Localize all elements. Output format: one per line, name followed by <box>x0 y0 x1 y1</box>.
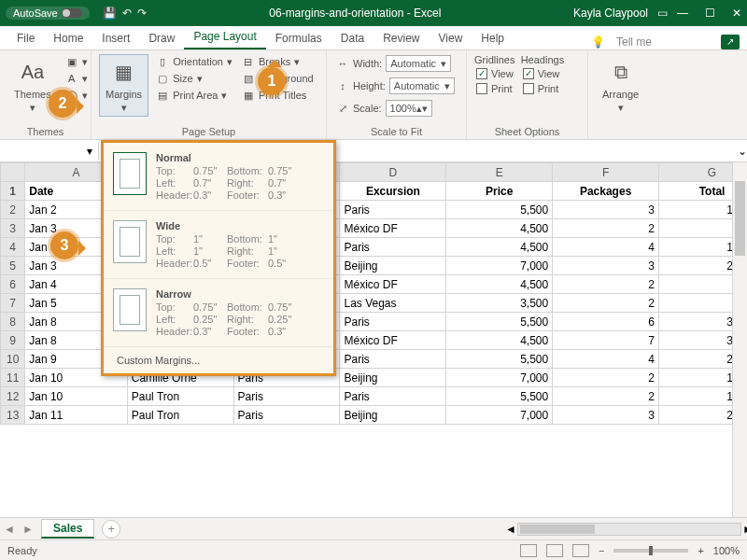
save-icon[interactable]: 💾 <box>103 7 117 20</box>
cell[interactable]: Paris <box>233 406 340 425</box>
name-box[interactable]: ▾ <box>0 143 99 160</box>
cell[interactable]: 7,000 <box>446 369 553 387</box>
cell[interactable]: Paul Tron <box>127 406 233 425</box>
cell[interactable]: 5,500 <box>446 387 553 406</box>
custom-margins-item[interactable]: Custom Margins... <box>104 347 333 373</box>
zoom-out-button[interactable]: − <box>599 545 604 556</box>
cell[interactable]: 7 <box>553 331 659 350</box>
page-layout-view-button[interactable] <box>546 544 563 557</box>
row-header[interactable]: 10 <box>1 350 25 369</box>
scrollbar-thumb[interactable] <box>735 181 745 256</box>
cell[interactable]: Excursion <box>340 182 446 201</box>
share-button[interactable]: ↗ <box>721 35 740 49</box>
margins-button[interactable]: ▦ Margins ▾ <box>99 54 148 117</box>
tab-home[interactable]: Home <box>44 28 92 49</box>
cell[interactable]: Beijing <box>340 257 446 275</box>
row-header[interactable]: 2 <box>1 201 25 219</box>
cell[interactable]: 2 <box>553 219 659 238</box>
cell[interactable]: Paris <box>340 350 446 369</box>
cell[interactable]: 2 <box>553 369 659 387</box>
cell[interactable]: 4,500 <box>446 275 553 294</box>
user-name[interactable]: Kayla Claypool <box>573 7 648 20</box>
orientation-button[interactable]: ▯Orientation ▾ <box>154 54 234 69</box>
cell[interactable]: 4,500 <box>446 238 553 257</box>
cell[interactable]: Paris <box>340 313 446 331</box>
cell[interactable]: México DF <box>340 331 446 350</box>
cell[interactable]: Jan 11 <box>25 406 127 425</box>
gridlines-view-checkbox[interactable]: View <box>474 67 515 80</box>
ribbon-display-icon[interactable]: ▭ <box>657 7 668 20</box>
row-header[interactable]: 11 <box>1 369 25 387</box>
height-combo[interactable]: Automatic▾ <box>389 77 455 94</box>
cell[interactable]: México DF <box>340 219 446 238</box>
cell[interactable]: Paris <box>340 238 446 257</box>
cell[interactable]: 3 <box>553 257 659 275</box>
scale-spinner[interactable]: 100%▴▾ <box>386 100 432 117</box>
cell[interactable]: Price <box>446 182 553 201</box>
row-header[interactable]: 4 <box>1 238 25 257</box>
slider-thumb[interactable] <box>649 546 653 555</box>
gridlines-print-checkbox[interactable]: Print <box>474 82 515 95</box>
horizontal-scrollbar[interactable]: ◄► <box>517 523 741 536</box>
cell[interactable]: Paul Tron <box>127 387 233 406</box>
tab-help[interactable]: Help <box>472 28 514 49</box>
tab-review[interactable]: Review <box>374 28 429 49</box>
arrange-button[interactable]: ⧉ Arrange ▾ <box>596 54 645 117</box>
column-header[interactable]: F <box>553 163 659 182</box>
cell[interactable]: 5,500 <box>446 313 553 331</box>
new-sheet-button[interactable]: + <box>102 520 120 539</box>
minimize-icon[interactable]: — <box>677 7 688 20</box>
tab-formulas[interactable]: Formulas <box>266 28 331 49</box>
width-combo[interactable]: Automatic▾ <box>386 55 451 72</box>
row-header[interactable]: 8 <box>1 313 25 331</box>
fonts-button[interactable]: A▾ <box>63 71 90 86</box>
tab-draw[interactable]: Draw <box>139 28 184 49</box>
row-header[interactable]: 13 <box>1 406 25 425</box>
colors-button[interactable]: ▣▾ <box>63 54 90 69</box>
scrollbar-thumb[interactable] <box>520 525 595 534</box>
cell[interactable]: 4,500 <box>446 219 553 238</box>
row-header[interactable]: 12 <box>1 387 25 406</box>
cell[interactable]: Paris <box>233 387 340 406</box>
size-button[interactable]: ▢Size ▾ <box>154 71 234 86</box>
row-header[interactable]: 3 <box>1 219 25 238</box>
sheet-nav-next[interactable]: ► <box>19 523 37 536</box>
autosave-toggle[interactable]: AutoSave <box>6 7 90 20</box>
cell[interactable]: 3 <box>553 406 659 425</box>
tell-me-input[interactable]: Tell me <box>616 35 710 49</box>
cell[interactable]: Las Vegas <box>340 294 446 313</box>
sheet-nav-prev[interactable]: ◄ <box>0 523 19 536</box>
cell[interactable]: 3 <box>553 201 659 219</box>
cell[interactable]: Packages <box>553 182 659 201</box>
tab-insert[interactable]: Insert <box>92 28 139 49</box>
vertical-scrollbar[interactable] <box>732 162 747 517</box>
cell[interactable]: Paris <box>340 201 446 219</box>
cell[interactable]: 3,500 <box>446 294 553 313</box>
margins-option-normal[interactable]: Normal Top:0.75"Bottom:0.75" Left:0.7"Ri… <box>104 143 333 211</box>
tab-page-layout[interactable]: Page Layout <box>184 26 265 49</box>
normal-view-button[interactable] <box>520 544 537 557</box>
close-icon[interactable]: ✕ <box>732 7 741 20</box>
margins-option-wide[interactable]: Wide Top:1"Bottom:1" Left:1"Right:1" Hea… <box>104 211 333 279</box>
select-all-corner[interactable] <box>1 163 25 182</box>
tab-data[interactable]: Data <box>331 28 374 49</box>
headings-view-checkbox[interactable]: View <box>521 67 564 80</box>
expand-formula-bar-icon[interactable]: ⌄ <box>738 145 747 158</box>
zoom-level[interactable]: 100% <box>713 545 740 556</box>
undo-icon[interactable]: ↶ <box>122 7 132 20</box>
margins-option-narrow[interactable]: Narrow Top:0.75"Bottom:0.75" Left:0.25"R… <box>104 279 333 347</box>
row-header[interactable]: 7 <box>1 294 25 313</box>
maximize-icon[interactable]: ☐ <box>705 7 715 20</box>
row-header[interactable]: 9 <box>1 331 25 350</box>
page-break-view-button[interactable] <box>572 544 589 557</box>
row-header[interactable]: 5 <box>1 257 25 275</box>
row-header[interactable]: 6 <box>1 275 25 294</box>
cell[interactable]: 5,500 <box>446 350 553 369</box>
zoom-slider[interactable] <box>613 549 688 553</box>
row-header[interactable]: 1 <box>1 182 25 201</box>
cell[interactable]: Beijing <box>340 406 446 425</box>
cell[interactable]: 2 <box>553 387 659 406</box>
cell[interactable]: 2 <box>553 275 659 294</box>
cell[interactable]: Beijing <box>340 369 446 387</box>
tab-file[interactable]: File <box>7 28 44 49</box>
